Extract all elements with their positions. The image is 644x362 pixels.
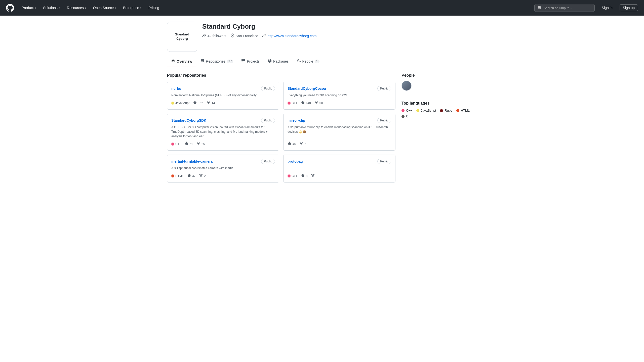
star-icon [193,101,197,105]
lang-color-dot [440,109,443,112]
search-placeholder: Search or jump to... [544,6,572,10]
chevron-down-icon: ▾ [59,7,60,9]
profile-info: Standard Cyborg 42 followers San Francis… [202,22,317,38]
people-avatars [401,81,477,91]
person-avatar[interactable] [401,81,412,91]
lang-item: Ruby [440,109,452,112]
nav-resources[interactable]: Resources ▾ [65,5,88,11]
repo-badge: Public [377,159,391,164]
fork-icon [196,142,200,146]
nav-solutions[interactable]: Solutions ▾ [42,5,61,11]
repo-meta: JavaScript 152 14 [171,101,275,105]
github-logo[interactable] [6,4,14,12]
repo-badge: Public [261,86,275,91]
repo-name[interactable]: StandardCyborgSDK [171,118,206,122]
repo-card: nurbs Public Non-Uniform Rational B-Spli… [167,82,279,110]
star-icon [301,173,305,178]
repo-forks: 1 [311,173,318,178]
repositories-tab-badge: 27 [227,60,233,63]
repo-badge: Public [261,118,275,123]
search-bar[interactable]: Search or jump to... [534,4,595,12]
website-link[interactable]: http://www.standardcyborg.com [267,34,316,38]
repo-name[interactable]: inertial-turntable-camera [171,159,213,163]
tab-packages[interactable]: Packages [264,56,293,67]
repo-desc [288,166,391,170]
sign-in-button[interactable]: Sign in [599,5,616,11]
packages-tab-icon [268,59,272,64]
repo-card-header: mirror-clip Public [288,118,391,123]
repositories-tab-icon [200,59,204,64]
repo-desc: A 3D spherical coordinates camera with i… [171,166,275,170]
lang-dot [171,143,174,146]
repo-forks: 50 [314,101,323,105]
lang-dot [171,102,174,105]
repo-lang: JavaScript [171,101,189,105]
repo-grid: nurbs Public Non-Uniform Rational B-Spli… [167,82,395,183]
repo-card: StandardCyborgCocoa Public Everything yo… [283,82,395,110]
lang-name: C++ [406,109,412,112]
repo-card: inertial-turntable-camera Public A 3D sp… [167,155,279,183]
sign-up-button[interactable]: Sign up [620,4,638,11]
tab-projects[interactable]: Projects [237,56,264,67]
fork-icon [207,101,211,105]
lang-color-dot [456,109,459,112]
sidebar-divider [401,97,477,97]
navbar: Product ▾ Solutions ▾ Resources ▾ Open S… [0,0,644,16]
chevron-down-icon: ▾ [85,7,86,9]
languages-title: Top languages [401,101,477,106]
repo-forks: 6 [299,142,306,146]
profile-name: Standard Cyborg [202,23,317,30]
repo-name[interactable]: nurbs [171,86,181,90]
repo-desc: A C++ SDK for 3D computer vision, paired… [171,125,275,139]
nav-open-source[interactable]: Open Source ▾ [92,5,118,11]
repo-badge: Public [377,86,391,91]
tab-repositories[interactable]: Repositories 27 [196,56,237,67]
repo-name[interactable]: protobag [288,159,303,163]
repo-desc: Everything you need for 3D scanning on i… [288,93,391,98]
popular-repos-title: Popular repositories [167,73,395,78]
location-icon [230,33,234,38]
repo-meta: C++ 148 50 [288,101,391,105]
overview-tab-icon [171,59,175,64]
lang-dot [171,174,174,177]
lang-name: Ruby [445,109,452,112]
tab-people[interactable]: People 1 [293,56,324,67]
lang-item: HTML [456,109,470,112]
repo-forks: 14 [207,101,215,105]
search-icon [538,6,542,10]
repo-card: protobag Public C++ 8 [283,155,395,183]
repo-stars: 37 [187,173,195,178]
repo-name[interactable]: mirror-clip [288,118,305,122]
website-item: http://www.standardcyborg.com [262,33,316,38]
repo-lang: C++ [288,174,297,178]
repo-name[interactable]: StandardCyborgCocoa [288,86,326,90]
sidebar: People Top languages C++ JavaScript Ruby… [401,73,477,183]
languages-list: C++ JavaScript Ruby HTML C [401,109,477,118]
repo-card-header: StandardCyborgSDK Public [171,118,275,123]
people-tab-label: People [302,59,313,63]
star-icon [185,142,189,146]
followers-item: 42 followers [202,33,226,38]
repo-card-header: inertial-turntable-camera Public [171,159,275,164]
nav-product[interactable]: Product ▾ [20,5,37,11]
repo-desc: Non-Uniform Rational B-Splines (NURBS) o… [171,93,275,98]
repo-card: StandardCyborgSDK Public A C++ SDK for 3… [167,114,279,151]
fork-icon [314,101,318,105]
tabs: Overview Repositories 27 Projects Packag… [167,56,477,67]
people-section: People [401,73,477,91]
languages-section: Top languages C++ JavaScript Ruby HTML C [401,101,477,118]
repos-section: Popular repositories nurbs Public Non-Un… [167,73,395,183]
repo-meta: 46 6 [288,142,391,146]
people-tab-badge: 1 [315,60,319,63]
projects-tab-label: Projects [247,59,260,63]
tab-overview[interactable]: Overview [167,56,196,67]
repo-card-header: protobag Public [288,159,391,164]
repo-lang: HTML [171,174,184,178]
repo-badge: Public [261,159,275,164]
nav-enterprise[interactable]: Enterprise ▾ [122,5,143,11]
repo-lang: C++ [288,101,297,105]
repo-meta: C++ 8 1 [288,173,391,178]
nav-pricing[interactable]: Pricing [147,5,161,11]
repo-forks: 25 [196,142,205,146]
repo-stars: 46 [288,142,296,146]
